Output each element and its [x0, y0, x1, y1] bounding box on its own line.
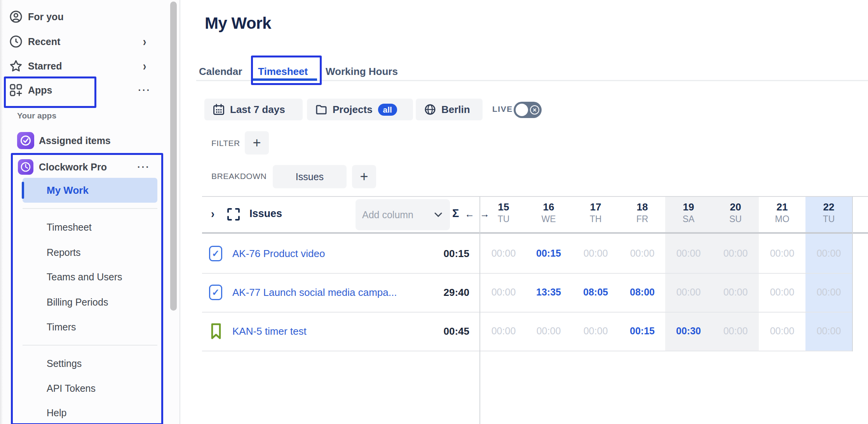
- clockwork-pro-app-icon: [18, 159, 33, 175]
- filter-label: FILTER: [211, 139, 240, 148]
- column-divider: [479, 196, 480, 424]
- folder-icon: [315, 104, 327, 115]
- time-cell[interactable]: 00:00: [525, 325, 572, 337]
- time-cell[interactable]: 00:00: [665, 287, 712, 298]
- page-title: My Work: [205, 14, 271, 33]
- sidebar-item-reports[interactable]: Reports: [47, 240, 152, 265]
- assigned-items-app-icon: [17, 132, 34, 149]
- day-header: 15 TU: [480, 201, 527, 225]
- time-cell[interactable]: 00:00: [759, 325, 805, 337]
- clock-icon: [9, 35, 23, 48]
- time-cell[interactable]: 00:00: [712, 248, 759, 259]
- tab-calendar[interactable]: Calendar: [199, 63, 242, 80]
- sidebar-app-clockwork-pro[interactable]: Clockwork Pro ···: [0, 158, 163, 176]
- breakdown-issues-chip[interactable]: Issues: [273, 165, 347, 188]
- sidebar-item-for-you[interactable]: For you: [0, 8, 163, 25]
- time-cell[interactable]: 00:00: [665, 248, 712, 259]
- timezone-label: Berlin: [441, 104, 470, 116]
- chevron-right-icon[interactable]: ›: [137, 34, 152, 49]
- row-total: 00:45: [407, 325, 469, 337]
- day-header-weekend: 19 SA: [665, 201, 712, 225]
- time-cell[interactable]: 00:00: [712, 325, 759, 337]
- sidebar-scrollbar-thumb[interactable]: [170, 2, 177, 311]
- table-header-border: [202, 232, 868, 234]
- sidebar-item-teams-and-users[interactable]: Teams and Users: [47, 264, 152, 289]
- sidebar-item-my-work[interactable]: [23, 178, 157, 203]
- tab-timesheet[interactable]: Timesheet: [258, 63, 308, 80]
- time-cell[interactable]: 00:00: [759, 248, 805, 259]
- sidebar-item-recent[interactable]: Recent ›: [0, 33, 163, 50]
- table-top-border: [202, 196, 868, 197]
- add-column-placeholder: Add column: [356, 209, 420, 221]
- row-border: [202, 273, 852, 274]
- toggle-off-x-icon: ✕: [530, 105, 539, 115]
- day-header: 16 WE: [525, 201, 572, 225]
- star-icon: [9, 59, 23, 73]
- active-indicator-bar: [22, 182, 24, 199]
- time-cell[interactable]: 00:15: [525, 248, 572, 259]
- your-apps-section-label: Your apps: [17, 111, 56, 120]
- sidebar-item-api-tokens[interactable]: API Tokens: [47, 376, 152, 401]
- time-cell[interactable]: 00:00: [759, 287, 805, 298]
- sidebar-item-help[interactable]: Help: [47, 400, 152, 424]
- add-filter-button[interactable]: +: [245, 131, 269, 155]
- chevron-down-icon: [434, 212, 442, 217]
- time-cell[interactable]: 00:00: [572, 325, 619, 337]
- time-cell[interactable]: 00:00: [805, 248, 852, 259]
- sidebar-item-billing-periods[interactable]: Billing Periods: [47, 290, 152, 315]
- add-column-dropdown[interactable]: Add column: [356, 199, 450, 230]
- breakdown-label: BREAKDOWN: [211, 172, 267, 181]
- sidebar-item-settings[interactable]: Settings: [47, 351, 152, 376]
- time-cell[interactable]: 00:00: [712, 287, 759, 298]
- live-label: LIVE: [492, 104, 513, 114]
- add-breakdown-button[interactable]: +: [352, 165, 376, 188]
- timezone-button[interactable]: Berlin: [416, 99, 483, 120]
- more-options-icon[interactable]: ···: [136, 162, 152, 172]
- row-border: [202, 351, 852, 351]
- time-cell[interactable]: 13:35: [525, 287, 572, 298]
- task-checkbox-icon: ✓: [209, 246, 222, 261]
- table-group-header: Issues: [249, 208, 282, 220]
- expand-chevron-icon[interactable]: ›: [211, 207, 214, 221]
- chevron-right-icon[interactable]: ›: [137, 59, 152, 74]
- day-header-weekend: 20 SU: [712, 201, 759, 225]
- more-options-icon[interactable]: ···: [137, 85, 152, 96]
- sidebar-app-assigned-items[interactable]: Assigned items: [0, 131, 163, 150]
- row-total: 00:15: [407, 248, 469, 260]
- time-cell[interactable]: 08:00: [619, 287, 666, 298]
- time-cell[interactable]: 00:00: [480, 248, 527, 259]
- calendar-icon: [213, 104, 225, 115]
- row-border: [202, 312, 852, 313]
- time-cell[interactable]: 00:00: [805, 325, 852, 337]
- task-checkbox-icon: ✓: [209, 285, 222, 300]
- live-toggle[interactable]: ✕: [514, 102, 542, 118]
- time-cell[interactable]: 00:00: [480, 287, 527, 298]
- active-tab-underline: [253, 78, 317, 81]
- time-cell[interactable]: 00:00: [805, 287, 852, 298]
- table-right-border: [852, 196, 853, 351]
- expand-all-icon[interactable]: [227, 208, 240, 222]
- sidebar-item-starred[interactable]: Starred ›: [0, 57, 163, 75]
- time-cell[interactable]: 00:00: [480, 325, 527, 337]
- day-header: 17 TH: [572, 201, 619, 225]
- app-window: For you Recent › Starred ›: [0, 0, 868, 424]
- tab-working-hours[interactable]: Working Hours: [326, 63, 398, 80]
- user-icon: [9, 10, 23, 23]
- sidebar-item-timesheet[interactable]: Timesheet: [47, 215, 152, 240]
- apps-grid-icon: [9, 83, 23, 97]
- date-range-button[interactable]: Last 7 days: [204, 99, 303, 120]
- time-cell[interactable]: 00:00: [572, 248, 619, 259]
- sidebar-item-apps[interactable]: Apps ···: [0, 82, 163, 99]
- projects-all-badge: all: [378, 104, 397, 116]
- projects-label: Projects: [333, 104, 373, 116]
- toggle-knob: [516, 104, 528, 116]
- time-cell[interactable]: 00:30: [665, 325, 712, 337]
- time-cell[interactable]: 00:00: [619, 248, 666, 259]
- app-label: Assigned items: [39, 135, 111, 146]
- sidebar-item-timers[interactable]: Timers: [47, 315, 152, 339]
- sidebar-main-divider: [180, 0, 180, 424]
- sum-toggle-icon[interactable]: Σ: [452, 207, 459, 220]
- projects-filter-button[interactable]: Projects all: [307, 99, 413, 120]
- time-cell[interactable]: 00:15: [619, 325, 666, 337]
- time-cell[interactable]: 08:05: [572, 287, 619, 298]
